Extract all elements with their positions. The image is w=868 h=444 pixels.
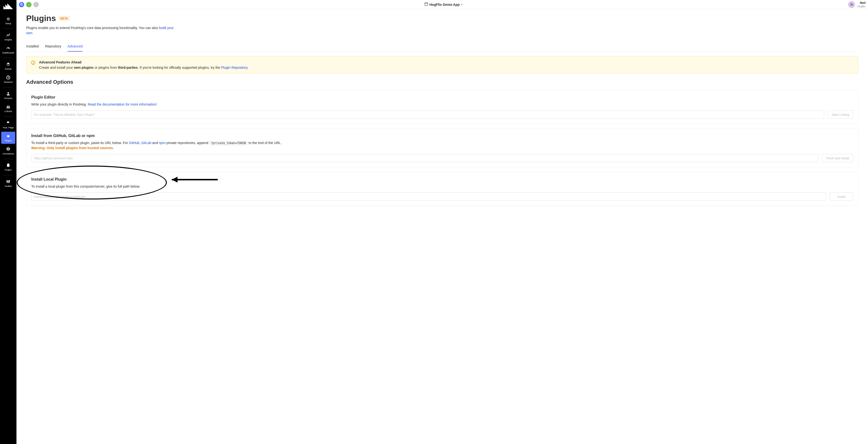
status-ok-button[interactable]: ✓ (26, 2, 31, 7)
advanced-notice: Advanced Features Ahead Create and insta… (26, 56, 858, 73)
app-name: HogFlix Demo App (429, 3, 460, 6)
annotation-icon (6, 147, 11, 152)
sidebar-item-toolbar[interactable]: Toolbar (1, 177, 15, 189)
chart-icon (6, 33, 11, 37)
stack-icon (6, 62, 11, 67)
topbar: ✓ ⌃ HogFlix Demo App ▾ N Neil Hogflix (17, 0, 868, 9)
divider (3, 29, 13, 29)
page-title: Plugins (26, 13, 56, 23)
warning-icon (31, 60, 36, 65)
divider (3, 159, 13, 159)
sidebar-item-plugins[interactable]: Plugins (1, 132, 15, 144)
user-org: Hogflix (857, 5, 866, 8)
install-github-card: Install from GitHub, GitLab or npm To in… (26, 129, 858, 167)
svg-rect-19 (425, 3, 428, 6)
plugin-repository-link[interactable]: Plugin Repository (221, 66, 248, 69)
sidebar-item-insights[interactable]: Insights (1, 31, 15, 43)
card-title: Plugin Editor (31, 95, 853, 99)
repo-url-input[interactable] (31, 154, 818, 162)
search-icon (20, 3, 23, 6)
card-desc: To install a third-party or custom plugi… (31, 140, 853, 151)
avatar[interactable]: N (848, 1, 855, 8)
app-icon (425, 2, 428, 6)
plugin-name-input[interactable] (31, 110, 824, 119)
svg-point-16 (9, 181, 10, 181)
sidebar-item-events[interactable]: Events (1, 60, 15, 72)
plugin-editor-card: Plugin Editor Write your plugin directly… (26, 90, 858, 124)
card-desc: Write your plugin directly in PostHog. R… (31, 102, 853, 107)
flag-icon (6, 121, 11, 125)
content: Plugins BETA Plugins enable you to exten… (17, 9, 868, 220)
gauge-icon (6, 46, 11, 51)
svg-rect-9 (7, 164, 9, 167)
svg-point-4 (8, 106, 10, 107)
svg-point-3 (7, 106, 8, 107)
sidebar-item-label: Plugins (5, 139, 12, 142)
svg-point-23 (33, 63, 33, 64)
sidebar-item-label: Setup (5, 22, 11, 25)
docs-link[interactable]: Read the documentation for more informat… (88, 102, 157, 106)
sidebar-item-setup[interactable]: ⚙ Setup (1, 14, 15, 27)
token-snippet: ?private_token=TOKEN (209, 141, 248, 145)
svg-point-2 (7, 92, 9, 94)
install-local-card: Install Local Plugin To install a local … (26, 172, 858, 206)
sidebar-item-label: Sessions (4, 81, 13, 83)
sidebar-item-dashboards[interactable]: Dashboards (1, 44, 15, 56)
install-warning: Warning: Only install plugins from trust… (31, 146, 114, 150)
svg-line-18 (22, 5, 23, 6)
plug-icon (6, 134, 11, 138)
people-icon (6, 104, 11, 109)
svg-line-0 (8, 48, 9, 49)
logo (3, 3, 13, 10)
sidebar-item-cohorts[interactable]: Cohorts (1, 102, 15, 115)
collapse-button[interactable]: ⌃ (33, 2, 39, 7)
user-menu[interactable]: Neil Hogflix (857, 1, 866, 7)
person-icon (6, 91, 11, 96)
sidebar-item-label: Toolbar (5, 185, 12, 187)
github-link[interactable]: GitHub (129, 141, 140, 145)
fetch-install-button[interactable]: Fetch and install (822, 154, 853, 162)
card-title: Install Local Plugin (31, 177, 853, 182)
tabs: Installed Repository Advanced (26, 42, 858, 52)
svg-point-8 (9, 149, 9, 149)
svg-point-7 (8, 149, 8, 149)
npm-link[interactable]: npm (159, 141, 165, 145)
sliders-icon (6, 179, 11, 184)
page-subtitle: Plugins enable you to extend PostHog's c… (26, 25, 181, 36)
sidebar: ⚙ Setup Insights Dashboards Events (0, 0, 17, 444)
tab-advanced[interactable]: Advanced (68, 42, 83, 52)
gitlab-link[interactable]: GitLab (142, 141, 151, 145)
sidebar-item-annotations[interactable]: Annotations (1, 145, 15, 157)
sidebar-item-label: Project (5, 169, 11, 171)
sidebar-item-label: Insights (4, 38, 12, 41)
svg-point-14 (7, 181, 7, 182)
gear-icon: ⚙ (6, 17, 11, 21)
check-icon: ✓ (28, 3, 30, 6)
svg-point-6 (7, 149, 8, 149)
search-button[interactable] (19, 2, 24, 7)
svg-point-17 (21, 3, 22, 5)
sidebar-item-label: Dashboards (2, 52, 14, 54)
advanced-options-heading: Advanced Options (26, 79, 858, 85)
sidebar-item-label: Annotations (2, 153, 14, 155)
chevron-up-icon: ⌃ (35, 3, 37, 6)
sidebar-item-label: Feat. Flags (3, 126, 13, 129)
user-name: Neil (860, 1, 866, 5)
main: ✓ ⌃ HogFlix Demo App ▾ N Neil Hogflix (17, 0, 868, 444)
notice-body: Create and install your own plugins or p… (39, 66, 248, 69)
sidebar-item-persons[interactable]: Persons (1, 89, 15, 101)
svg-point-15 (8, 182, 9, 183)
start-coding-button[interactable]: Start Coding (828, 110, 853, 119)
sidebar-item-label: Events (5, 68, 11, 70)
tab-installed[interactable]: Installed (26, 42, 39, 52)
clock-icon (6, 75, 11, 80)
notice-title: Advanced Features Ahead (39, 60, 248, 64)
app-switcher[interactable]: HogFlix Demo App ▾ (39, 2, 848, 6)
local-path-input[interactable] (31, 192, 826, 201)
sidebar-item-project[interactable]: Project (1, 161, 15, 173)
sidebar-item-featflags[interactable]: Feat. Flags (1, 119, 15, 131)
sidebar-item-sessions[interactable]: Sessions (1, 73, 15, 85)
install-button[interactable]: Install (830, 192, 853, 201)
beta-badge: BETA (59, 16, 69, 21)
tab-repository[interactable]: Repository (45, 42, 61, 52)
